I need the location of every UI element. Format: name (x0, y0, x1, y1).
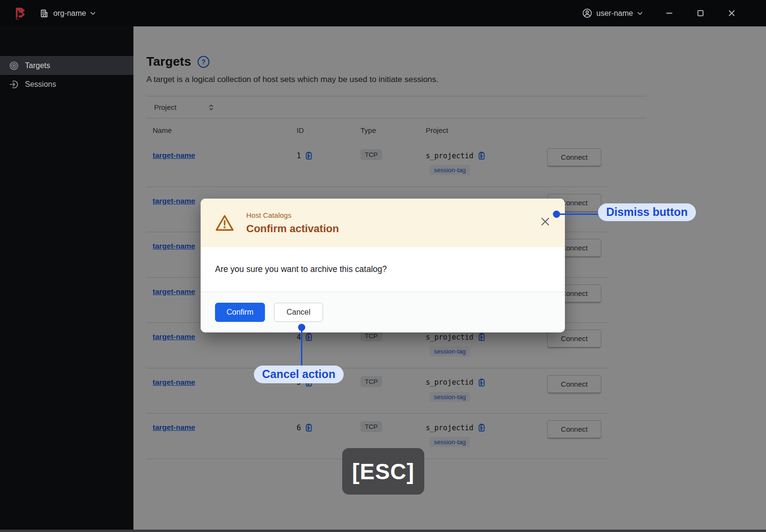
maximize-button[interactable] (696, 9, 705, 18)
cancel-button[interactable]: Cancel (274, 303, 323, 322)
minimize-button[interactable] (665, 9, 674, 18)
user-menu[interactable]: user-name (581, 6, 644, 20)
dialog-body: Are you sure you want to archive this ca… (201, 247, 565, 292)
dismiss-button[interactable] (539, 215, 551, 228)
sidebar-item-label: Sessions (25, 80, 56, 89)
close-icon (728, 10, 735, 17)
sidebar-item-targets[interactable]: Targets (0, 56, 133, 75)
user-name-label: user-name (597, 9, 633, 18)
dialog-header: Host Catalogs Confirm activation (201, 199, 565, 247)
confirm-button[interactable]: Confirm (215, 303, 265, 322)
window-controls (665, 9, 736, 18)
window-bottom-edge (0, 530, 766, 532)
cancel-annotation-line (301, 330, 302, 366)
session-icon (9, 80, 19, 89)
dismiss-annotation-label: Dismiss button (598, 203, 696, 221)
cancel-annotation-label: Cancel action (254, 366, 344, 383)
boundary-window: org-name user-name (0, 0, 766, 532)
close-icon (540, 216, 551, 227)
confirm-dialog: Host Catalogs Confirm activation Are you… (201, 199, 565, 332)
org-switcher[interactable]: org-name (38, 7, 96, 20)
warning-icon (215, 214, 234, 232)
dialog-title: Confirm activation (246, 223, 339, 235)
dialog-footer: Confirm Cancel (201, 292, 565, 332)
org-name-label: org-name (53, 9, 86, 18)
sidebar: Targets Sessions (0, 26, 133, 532)
dialog-message: Are you sure you want to archive this ca… (215, 264, 387, 274)
esc-key-badge: [ESC] (342, 448, 424, 495)
dialog-context: Host Catalogs (246, 211, 339, 219)
chevron-down-icon (637, 12, 643, 15)
target-icon (9, 61, 19, 71)
user-avatar-icon (582, 8, 592, 18)
sidebar-item-sessions[interactable]: Sessions (0, 75, 133, 94)
topbar: org-name user-name (0, 0, 766, 26)
dismiss-annotation-line (556, 213, 598, 215)
minimize-icon (666, 10, 673, 17)
boundary-logo (12, 6, 28, 21)
maximize-icon (697, 10, 704, 17)
chevron-down-icon (90, 12, 96, 15)
org-icon (39, 9, 49, 18)
sidebar-item-label: Targets (25, 61, 50, 70)
close-window-button[interactable] (727, 9, 736, 18)
